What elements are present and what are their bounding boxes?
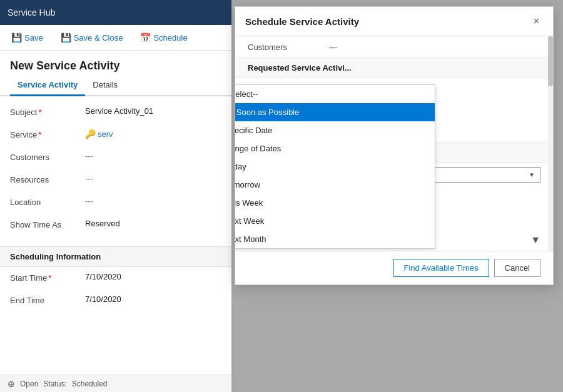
app-header: Service Hub <box>0 0 231 25</box>
service-entity-icon: 🔑 <box>85 129 95 139</box>
dropdown-item-next-week[interactable]: Next Week <box>235 212 435 230</box>
sched-start-row: Start Time* 7/10/2020 <box>0 267 231 289</box>
modal-service-dropdown-wrap: ▲ --Select-- As Soon as Possible Specifi… <box>329 84 540 94</box>
app-title: Service Hub <box>8 8 55 18</box>
sched-end-label: End Time <box>10 294 85 305</box>
resources-row: Resources --- <box>0 169 231 191</box>
modal-header: Schedule Service Activity × <box>235 7 553 36</box>
service-row: Service* 🔑 serv <box>0 124 231 146</box>
modal-scrollbar[interactable] <box>548 36 553 251</box>
sched-start-label: Start Time* <box>10 272 85 283</box>
modal-body: Customers --- Requested Service Activi..… <box>235 36 553 251</box>
tab-details[interactable]: Details <box>85 75 125 96</box>
modal-service-row: Service ▲ --Select-- As Soon as Possible… <box>235 78 553 99</box>
dropdown-item-next-month[interactable]: Next Month <box>235 230 435 248</box>
subject-label: Subject* <box>10 106 85 117</box>
sched-start-value: 7/10/2020 <box>85 272 221 281</box>
app-toolbar: 💾 Save 💾 Save & Close 📅 Schedule <box>0 25 231 51</box>
find-available-times-button[interactable]: Find Available Times <box>393 259 489 277</box>
status-label: Status: <box>43 379 66 388</box>
modal-close-button[interactable]: × <box>530 14 543 28</box>
status-bar: ⊕ Open Status: Scheduled <box>0 374 231 392</box>
subject-value: Service Activity_01 <box>85 106 221 116</box>
customers-row: Customers --- <box>0 146 231 169</box>
save-close-button[interactable]: 💾 Save & Close <box>57 30 127 45</box>
modal-footer: Find Available Times Cancel <box>235 251 553 284</box>
save-button[interactable]: 💾 Save <box>8 30 47 45</box>
modal-customers-label: Customers <box>248 43 329 52</box>
schedule-label: Schedule <box>153 33 187 43</box>
tab-service-activity[interactable]: Service Activity <box>10 75 85 96</box>
dropdown-item-today[interactable]: Today <box>235 158 435 176</box>
location-label: Location <box>10 196 85 207</box>
form-title: New Service Activity <box>0 51 231 75</box>
status-value: Scheduled <box>72 379 108 388</box>
form-body: Subject* Service Activity_01 Service* 🔑 … <box>0 96 231 241</box>
end-time-chevron: ▼ <box>530 234 540 246</box>
app-background: Service Hub 💾 Save 💾 Save & Close 📅 Sche… <box>0 0 231 392</box>
location-value: --- <box>85 196 221 206</box>
sched-end-value: 7/10/2020 <box>85 294 221 304</box>
cancel-button[interactable]: Cancel <box>494 259 540 277</box>
modal-dialog: Schedule Service Activity × Customers --… <box>235 6 554 285</box>
customers-label: Customers <box>10 151 85 162</box>
location-row: Location --- <box>0 191 231 214</box>
dropdown-item-select[interactable]: --Select-- <box>235 85 435 103</box>
show-time-as-label: Show Time As <box>10 219 85 229</box>
dropdown-item-range-dates[interactable]: Range of Dates <box>235 139 435 158</box>
dropdown-menu: --Select-- As Soon as Possible Specific … <box>235 84 435 249</box>
show-time-as-row: Show Time As Reserved <box>0 214 231 236</box>
sched-end-row: End Time 7/10/2020 <box>0 289 231 312</box>
requested-section-title: Requested Service Activi... <box>235 58 553 78</box>
modal-customers-row: Customers --- <box>235 36 553 58</box>
subject-row: Subject* Service Activity_01 <box>0 101 231 124</box>
schedule-button[interactable]: 📅 Schedule <box>136 30 191 45</box>
modal-scrollbar-thumb[interactable] <box>548 36 553 86</box>
save-icon: 💾 <box>11 33 22 43</box>
save-label: Save <box>24 33 43 43</box>
show-time-as-value: Reserved <box>85 219 221 228</box>
save-close-label: Save & Close <box>74 33 123 43</box>
service-value[interactable]: 🔑 serv <box>85 129 221 139</box>
customers-value: --- <box>85 151 221 161</box>
status-open-icon[interactable]: ⊕ <box>8 379 15 389</box>
modal-title: Schedule Service Activity <box>245 16 359 27</box>
status-open-label: Open <box>20 379 38 388</box>
dropdown-item-asap[interactable]: As Soon as Possible <box>235 103 435 121</box>
save-close-icon: 💾 <box>61 33 71 43</box>
schedule-icon: 📅 <box>140 33 151 43</box>
dropdown-item-specific-date[interactable]: Specific Date <box>235 121 435 139</box>
form-tabs: Service Activity Details <box>0 75 231 96</box>
scheduling-header: Scheduling Information <box>0 246 231 267</box>
resources-label: Resources <box>10 174 85 184</box>
dropdown-item-tomorrow[interactable]: Tomorrow <box>235 176 435 194</box>
service-label: Service* <box>10 129 85 139</box>
resources-value: --- <box>85 174 221 183</box>
modal-customers-value: --- <box>329 43 540 52</box>
dropdown-item-this-week[interactable]: This Week <box>235 194 435 212</box>
start-date-chevron: ▼ <box>529 171 535 178</box>
